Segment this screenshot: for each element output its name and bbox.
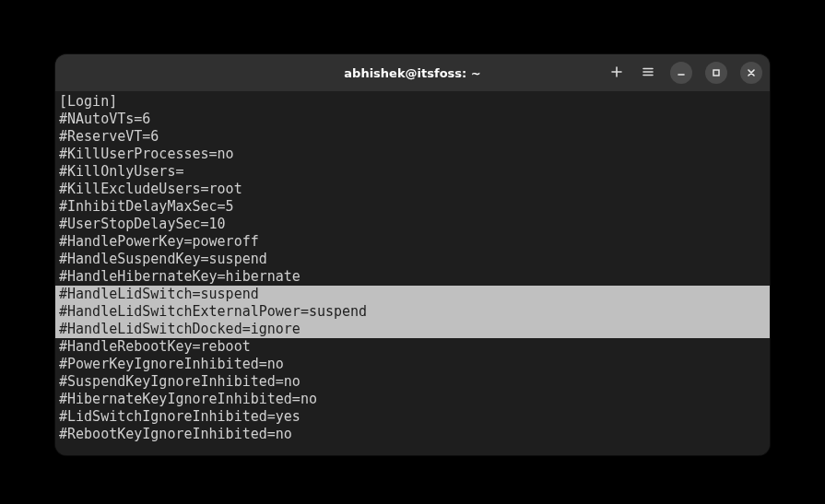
hamburger-menu-icon[interactable] bbox=[639, 65, 657, 81]
config-line: #NAutoVTs=6 bbox=[55, 111, 770, 128]
new-tab-icon[interactable] bbox=[607, 65, 626, 81]
config-line: #KillOnlyUsers= bbox=[55, 163, 770, 181]
config-line: #InhibitDelayMaxSec=5 bbox=[55, 198, 770, 216]
config-line: #LidSwitchIgnoreInhibited=yes bbox=[55, 408, 770, 426]
terminal-content[interactable]: [Login]#NAutoVTs=6#ReserveVT=6#KillUserP… bbox=[55, 91, 770, 455]
config-line: #ReserveVT=6 bbox=[55, 128, 770, 146]
config-line: #HandleHibernateKey=hibernate bbox=[55, 268, 770, 286]
config-line: #HandlePowerKey=poweroff bbox=[55, 233, 770, 251]
config-line: #KillUserProcesses=no bbox=[55, 146, 770, 163]
minimize-button[interactable] bbox=[670, 62, 692, 84]
titlebar-controls bbox=[607, 62, 770, 84]
config-line: #HandleLidSwitchDocked=ignore bbox=[55, 321, 770, 338]
config-line: #HandleLidSwitchExternalPower=suspend bbox=[55, 303, 770, 321]
config-line: #RebootKeyIgnoreInhibited=no bbox=[55, 426, 770, 443]
svg-rect-0 bbox=[713, 70, 719, 76]
config-line: #HandleRebootKey=reboot bbox=[55, 338, 770, 356]
config-line: #HandleLidSwitch=suspend bbox=[55, 286, 770, 303]
config-line: #HibernateKeyIgnoreInhibited=no bbox=[55, 391, 770, 408]
close-button[interactable] bbox=[740, 62, 762, 84]
config-line: #HandleSuspendKey=suspend bbox=[55, 251, 770, 268]
config-line: [Login] bbox=[55, 93, 770, 111]
config-line: #UserStopDelaySec=10 bbox=[55, 216, 770, 233]
config-line: #SuspendKeyIgnoreInhibited=no bbox=[55, 373, 770, 391]
titlebar: abhishek@itsfoss: ~ bbox=[55, 54, 770, 91]
maximize-button[interactable] bbox=[705, 62, 727, 84]
terminal-window: abhishek@itsfoss: ~ [Login]#NAutoVTs=6#R… bbox=[55, 54, 770, 455]
config-line: #KillExcludeUsers=root bbox=[55, 181, 770, 198]
config-line: #PowerKeyIgnoreInhibited=no bbox=[55, 356, 770, 373]
